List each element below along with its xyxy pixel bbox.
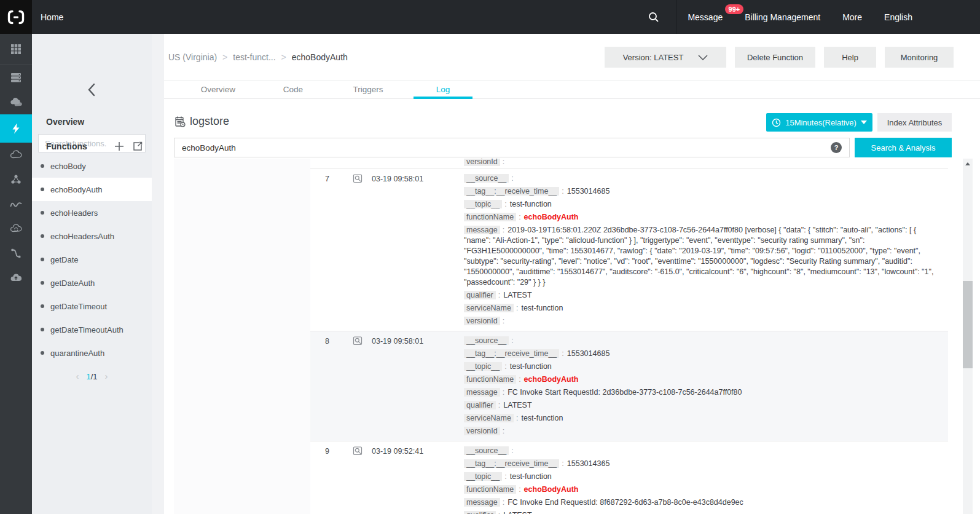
log-field-value: FC Invoke Start RequestId: 2d36bdbe-3773… xyxy=(508,388,742,397)
sidebar-item-getDateTimeoutAuth[interactable]: getDateTimeoutAuth xyxy=(32,318,152,341)
message-label: Message xyxy=(688,12,723,22)
function-name: getDateTimeoutAuth xyxy=(50,325,123,334)
nav-item-language[interactable]: English xyxy=(873,0,923,34)
version-dropdown[interactable]: Version: LATEST xyxy=(605,47,726,68)
scrollbar-thumb[interactable] xyxy=(963,281,973,368)
link-chain-icon[interactable] xyxy=(0,241,32,266)
function-name: getDate xyxy=(50,255,79,264)
cloud-outline-icon[interactable] xyxy=(0,143,32,167)
sidebar-item-functions[interactable]: Functions xyxy=(46,141,87,151)
log-field: __source__: xyxy=(464,336,941,346)
header-buttons: Version: LATEST Delete Function Help Mon… xyxy=(605,47,954,68)
log-field: serviceName:test-function xyxy=(464,413,941,424)
log-field-colon: : xyxy=(502,200,509,208)
pager-next-icon[interactable]: › xyxy=(105,371,108,381)
pager-total-pages: /1 xyxy=(91,372,98,381)
log-field-key: versionId xyxy=(464,159,500,166)
log-row-number xyxy=(310,159,344,168)
alibaba-cloud-logo-icon xyxy=(7,9,25,25)
log-field: versionId: xyxy=(464,159,941,167)
tab-code[interactable]: Code xyxy=(256,81,331,98)
log-row-time: 03-19 09:58:01 xyxy=(372,173,464,329)
log-row-fields: __source__:__tag__:__receive_time__:1553… xyxy=(464,446,948,514)
log-field-key: __source__ xyxy=(464,336,509,345)
log-field-colon: : xyxy=(516,213,523,221)
ecs-server-icon[interactable] xyxy=(0,65,32,90)
log-field-colon: : xyxy=(559,349,566,358)
nav-item-more[interactable]: More xyxy=(831,0,873,34)
cloud-upload-icon[interactable] xyxy=(0,266,32,290)
log-field-value: LATEST xyxy=(503,291,531,299)
log-row-number: 9 xyxy=(310,446,344,514)
sidebar-item-getDateTimeout[interactable]: getDateTimeout xyxy=(32,295,152,318)
log-field: __tag__:__receive_time__:1553014685 xyxy=(464,186,941,197)
collapse-panel-button[interactable] xyxy=(32,82,152,98)
log-row-number: 7 xyxy=(310,173,344,329)
log-field: qualifier:LATEST xyxy=(464,290,941,301)
sidebar-item-getDate[interactable]: getDate xyxy=(32,248,152,271)
log-field-key: __source__ xyxy=(464,174,509,183)
sidebar-item-getDateAuth[interactable]: getDateAuth xyxy=(32,271,152,295)
log-row-fields: __source__:__tag__:__receive_time__:1553… xyxy=(464,173,948,329)
nav-item-billing[interactable]: Billing Management xyxy=(734,0,831,34)
tab-log[interactable]: Log xyxy=(406,81,480,98)
logstore-header: logstore 15Minutes(Relative) Index Attri… xyxy=(152,109,980,136)
sidebar-item-echoBodyAuth[interactable]: echoBodyAuth xyxy=(32,178,152,201)
log-field-value: LATEST xyxy=(503,401,531,409)
sidebar-item-quarantineAuth[interactable]: quarantineAuth xyxy=(32,341,152,365)
log-field: __source__: xyxy=(464,446,941,456)
inspect-icon[interactable] xyxy=(353,173,363,184)
inspect-icon[interactable] xyxy=(353,336,363,346)
alibaba-cloud-logo[interactable] xyxy=(0,0,32,34)
log-query-input[interactable] xyxy=(174,138,850,157)
scrollbar-up-arrow[interactable] xyxy=(965,162,970,165)
apps-grid-icon[interactable] xyxy=(0,34,32,65)
sidebar-item-echoBody[interactable]: echoBody xyxy=(32,154,152,178)
index-attributes-button[interactable]: Index Attributes xyxy=(877,113,952,132)
pager-current-page: 1 xyxy=(86,372,90,381)
cloud-sync-icon[interactable] xyxy=(0,216,32,241)
sidebar-item-echoHeadersAuth[interactable]: echoHeadersAuth xyxy=(32,224,152,248)
breadcrumb-item[interactable]: US (Virginia) xyxy=(168,52,217,62)
bullet-icon xyxy=(41,188,44,191)
log-row-time: 03-19 09:58:01 xyxy=(372,336,464,439)
tab-triggers[interactable]: Triggers xyxy=(331,81,406,98)
tab-overview[interactable]: Overview xyxy=(181,81,256,98)
log-field-colon: : xyxy=(514,304,521,312)
log-field-key: __topic__ xyxy=(464,362,502,371)
delete-function-button[interactable]: Delete Function xyxy=(735,47,815,68)
nav-item-message[interactable]: Message 99+ xyxy=(676,0,734,34)
log-field-colon: : xyxy=(496,401,503,409)
monitoring-button[interactable]: Monitoring xyxy=(885,47,954,68)
log-field: functionName:echoBodyAuth xyxy=(464,374,941,385)
log-field: versionId: xyxy=(464,426,941,437)
cloud-pair-icon[interactable] xyxy=(0,90,32,114)
log-scrollbar[interactable] xyxy=(963,159,973,514)
log-field-colon: : xyxy=(500,317,508,325)
sidebar-item-echoHeaders[interactable]: echoHeaders xyxy=(32,201,152,224)
cluster-nodes-icon[interactable] xyxy=(0,167,32,192)
function-name: echoHeaders xyxy=(50,208,98,218)
wave-icon[interactable] xyxy=(0,192,32,216)
time-range-dropdown[interactable]: 15Minutes(Relative) xyxy=(766,113,872,132)
add-function-icon[interactable] xyxy=(114,141,125,152)
function-compute-icon[interactable] xyxy=(0,114,32,143)
log-field-key: __tag__:__receive_time__ xyxy=(464,459,559,468)
breadcrumb-item[interactable]: test-funct... xyxy=(233,52,275,62)
query-help-icon[interactable]: ? xyxy=(831,142,842,153)
chevron-down-icon xyxy=(698,55,708,60)
log-field-value: FC Invoke End RequestId: 8f687292-6d63-a… xyxy=(508,498,743,507)
time-range-label: 15Minutes(Relative) xyxy=(785,118,857,127)
home-link[interactable]: Home xyxy=(41,12,63,22)
log-row-time: 03-19 09:52:41 xyxy=(372,446,464,514)
expand-functions-icon[interactable] xyxy=(132,141,143,152)
log-field-colon: : xyxy=(514,414,521,422)
pager-prev-icon[interactable]: ‹ xyxy=(76,371,79,381)
log-row: 903-19 09:52:41__source__:__tag__:__rece… xyxy=(310,441,948,514)
nav-search-button[interactable] xyxy=(632,0,676,34)
inspect-icon[interactable] xyxy=(353,446,363,456)
help-button[interactable]: Help xyxy=(824,47,876,68)
search-analysis-button[interactable]: Search & Analysis xyxy=(855,138,952,157)
log-field-key: message xyxy=(464,388,500,397)
bullet-icon xyxy=(41,258,44,261)
